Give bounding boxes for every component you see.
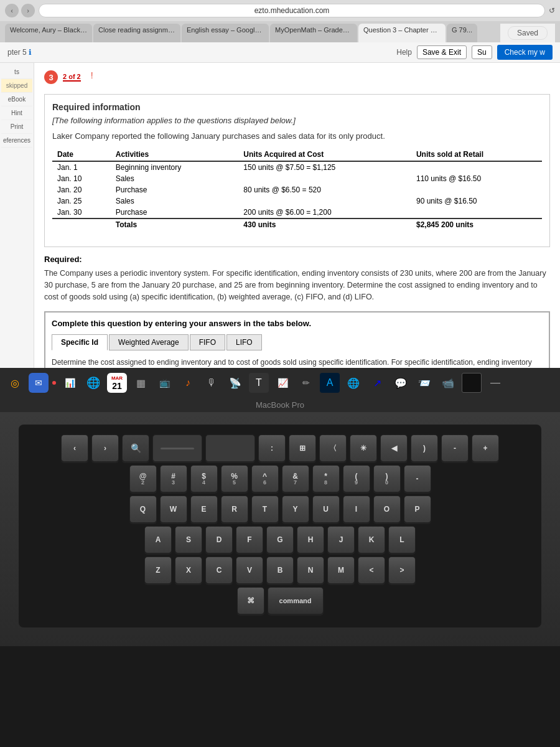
key-amp-7[interactable]: &7: [282, 465, 309, 492]
sidebar-item-skipped[interactable]: skipped: [1, 79, 32, 93]
tab-question3[interactable]: Question 3 – Chapter 5 –...: [358, 24, 446, 42]
key-e[interactable]: E: [190, 496, 218, 523]
sidebar-item-hint[interactable]: Hint: [1, 106, 32, 120]
tab-close-reading[interactable]: Close reading assignmen...: [93, 24, 180, 42]
taskbar-item-misc1[interactable]: ▦: [131, 373, 151, 393]
taskbar-item-globe2[interactable]: 🌐: [343, 373, 363, 393]
key-dollar-4[interactable]: $4: [190, 465, 218, 492]
key-misc2[interactable]: [205, 435, 255, 462]
taskbar-item-chart[interactable]: 📈: [273, 373, 292, 393]
taskbar-item-chat[interactable]: 📨: [414, 373, 434, 393]
key-h[interactable]: H: [297, 526, 324, 553]
save-exit-button[interactable]: Save & Exit: [417, 45, 467, 59]
taskbar-item-siri[interactable]: ◎: [5, 373, 25, 393]
taskbar-date[interactable]: MAR 21: [107, 373, 127, 393]
key-y[interactable]: Y: [282, 496, 309, 523]
tab-g79[interactable]: G 79...: [447, 24, 477, 42]
key-misc-bar[interactable]: [152, 435, 202, 462]
key-at-2[interactable]: @2: [129, 465, 157, 492]
key-l[interactable]: L: [388, 526, 416, 553]
key-period[interactable]: >: [388, 557, 416, 584]
sub-button[interactable]: Su: [472, 45, 492, 59]
tab-weighted-average[interactable]: Weighted Average: [109, 334, 189, 350]
key-p[interactable]: P: [404, 496, 431, 523]
exclamation-icon[interactable]: !: [91, 70, 93, 80]
key-s[interactable]: S: [175, 526, 202, 553]
key-j[interactable]: J: [327, 526, 355, 553]
key-r[interactable]: R: [221, 496, 248, 523]
key-back[interactable]: ‹: [61, 435, 88, 462]
key-c[interactable]: C: [205, 557, 233, 584]
key-minus2[interactable]: -: [404, 465, 431, 492]
key-star-8[interactable]: *8: [312, 465, 340, 492]
key-u[interactable]: U: [312, 496, 340, 523]
tab-lifo[interactable]: LIFO: [226, 334, 262, 350]
taskbar-item-netnews[interactable]: 📡: [225, 373, 245, 393]
key-search[interactable]: 🔍: [122, 435, 149, 462]
browser-chrome: ‹ › ezto.mheducation.com ↺ Welcome, Aury…: [0, 0, 560, 42]
taskbar-item-dash[interactable]: —: [485, 373, 505, 393]
taskbar-item-podcast[interactable]: 🎙: [202, 373, 222, 393]
key-asterisk[interactable]: ✳: [350, 435, 377, 462]
key-g[interactable]: G: [266, 526, 294, 553]
key-m[interactable]: M: [327, 557, 355, 584]
tab-welcome[interactable]: Welcome, Aury – Blackb...: [5, 24, 92, 42]
key-percent-5[interactable]: %5: [221, 465, 248, 492]
key-cmd-symbol[interactable]: ⌘: [237, 587, 264, 614]
help-link[interactable]: Help: [396, 48, 412, 57]
key-z[interactable]: Z: [144, 557, 172, 584]
sidebar-item-ebook[interactable]: eBook: [1, 93, 32, 106]
key-w[interactable]: W: [160, 496, 187, 523]
taskbar-item-activity[interactable]: 📊: [60, 373, 80, 393]
key-n[interactable]: N: [297, 557, 324, 584]
key-a[interactable]: A: [144, 526, 172, 553]
forward-button[interactable]: ›: [21, 4, 35, 17]
taskbar-item-chrome[interactable]: 🌐: [83, 373, 103, 393]
key-plus[interactable]: +: [472, 435, 499, 462]
taskbar-item-a[interactable]: A: [320, 373, 340, 393]
taskbar-item-tv[interactable]: 📺: [154, 373, 174, 393]
key-d[interactable]: D: [205, 526, 233, 553]
key-hash-3[interactable]: #3: [160, 465, 187, 492]
key-i[interactable]: I: [343, 496, 370, 523]
tab-myopenmath[interactable]: MyOpenMath – Gradebook: [270, 24, 357, 42]
key-x[interactable]: X: [175, 557, 202, 584]
taskbar-item-mail[interactable]: ✉: [29, 373, 49, 393]
taskbar-item-pen[interactable]: ✏: [296, 373, 316, 393]
key-q[interactable]: Q: [129, 496, 157, 523]
taskbar-item-arrow[interactable]: ↗: [367, 373, 387, 393]
reload-icon[interactable]: ↺: [549, 6, 555, 15]
tab-fifo[interactable]: FIFO: [190, 334, 225, 350]
key-minus[interactable]: -: [441, 435, 469, 462]
taskbar-item-msg[interactable]: 💬: [391, 373, 411, 393]
key-grid[interactable]: ⊞: [289, 435, 316, 462]
key-rparen-0[interactable]: )0: [373, 465, 401, 492]
taskbar-item-black[interactable]: [462, 373, 482, 393]
key-comma[interactable]: <: [358, 557, 385, 584]
taskbar-item-t[interactable]: T: [249, 373, 269, 393]
key-angle-l[interactable]: 〈: [319, 435, 347, 462]
taskbar-item-camera[interactable]: 📹: [438, 373, 458, 393]
back-button[interactable]: ‹: [5, 4, 19, 17]
key-o[interactable]: O: [373, 496, 401, 523]
taskbar-item-music[interactable]: ♪: [178, 373, 198, 393]
key-command[interactable]: command: [268, 587, 324, 614]
sidebar-item-references[interactable]: eferences: [1, 134, 32, 148]
key-colon[interactable]: :: [258, 435, 286, 462]
key-b[interactable]: B: [266, 557, 294, 584]
tab-english-essay[interactable]: English essay – Google D...: [182, 24, 269, 42]
key-k[interactable]: K: [358, 526, 385, 553]
check-my-work-button[interactable]: Check my w: [497, 45, 553, 60]
key-vol-down[interactable]: ◀: [380, 435, 408, 462]
key-lparen-9[interactable]: (9: [343, 465, 370, 492]
key-t[interactable]: T: [251, 496, 279, 523]
address-bar[interactable]: ezto.mheducation.com: [39, 4, 545, 17]
key-v[interactable]: V: [236, 557, 263, 584]
key-forward[interactable]: ›: [91, 435, 119, 462]
tab-specific-id[interactable]: Specific Id: [52, 334, 108, 350]
sidebar-item-print[interactable]: Print: [1, 120, 32, 134]
key-close-paren[interactable]: ): [411, 435, 438, 462]
key-caret-6[interactable]: ^6: [251, 465, 279, 492]
sidebar-item-ts[interactable]: ts: [1, 65, 32, 79]
key-f[interactable]: F: [236, 526, 263, 553]
